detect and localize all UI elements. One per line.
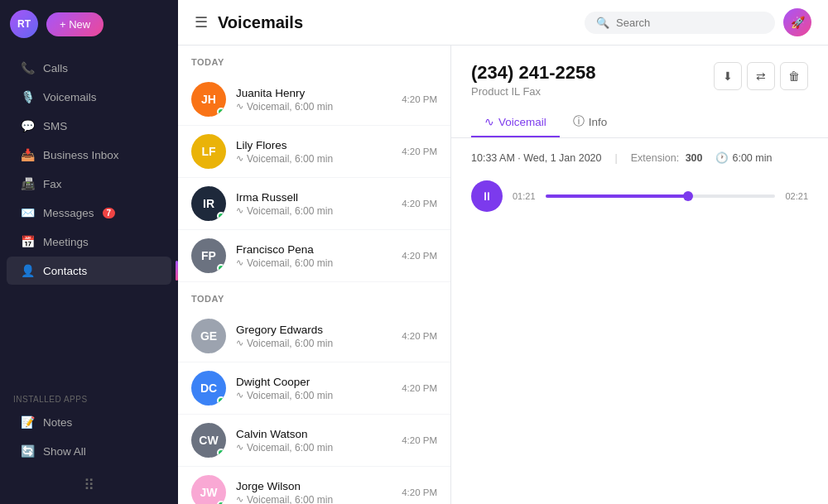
- voicemail-icon: ∿: [236, 390, 243, 401]
- list-item[interactable]: FP Francisco Pena ∿ Voicemail, 6:00 min …: [178, 230, 450, 282]
- contact-info: Juanita Henry ∿ Voicemail, 6:00 min: [236, 87, 392, 113]
- online-indicator: [217, 108, 225, 116]
- contact-sub: ∿ Voicemail, 6:00 min: [236, 257, 392, 269]
- online-indicator: [217, 212, 225, 220]
- contact-name: Juanita Henry: [236, 87, 392, 99]
- voicemail-icon: ∿: [236, 101, 243, 112]
- voicemail-tab-icon: ∿: [484, 115, 494, 128]
- time-current: 01:21: [513, 191, 536, 201]
- contact-avatar: LF: [191, 134, 226, 169]
- voicemail-icon: ∿: [236, 257, 243, 268]
- download-button[interactable]: ⬇: [714, 62, 742, 90]
- search-input[interactable]: [616, 17, 763, 29]
- sidebar-item-sms[interactable]: 💬 SMS: [7, 112, 171, 140]
- contact-time: 4:20 PM: [402, 487, 437, 497]
- sidebar-item-label: Contacts: [43, 265, 87, 277]
- tab-voicemail[interactable]: ∿ Voicemail: [471, 108, 560, 137]
- forward-button[interactable]: ⇄: [747, 62, 775, 90]
- sidebar-item-contacts[interactable]: 👤 Contacts: [7, 257, 171, 285]
- content-area: ☰ Voicemails 🔍 🚀 TODAY JH Juanita Henry …: [178, 0, 828, 504]
- contact-info: Dwight Cooper ∿ Voicemail, 6:00 min: [236, 376, 392, 401]
- pause-button[interactable]: ⏸: [471, 180, 503, 212]
- main-area: TODAY JH Juanita Henry ∿ Voicemail, 6:00…: [178, 46, 828, 504]
- list-item[interactable]: IR Irma Russell ∿ Voicemail, 6:00 min 4:…: [178, 178, 450, 230]
- detail-tabs: ∿ Voicemailⓘ Info: [471, 108, 808, 137]
- progress-fill: [546, 194, 688, 198]
- meta-datetime: 10:33 AM · Wed, 1 Jan 2020: [471, 152, 602, 164]
- info-tab-icon: ⓘ: [573, 114, 585, 129]
- business-inbox-icon: 📥: [20, 148, 35, 161]
- detail-actions: ⬇⇄🗑: [714, 62, 808, 90]
- contact-time: 4:20 PM: [402, 146, 437, 156]
- sidebar-item-label: Messages: [43, 207, 94, 219]
- sidebar-item-label: Notes: [43, 416, 72, 429]
- sidebar-item-label: Fax: [43, 178, 62, 190]
- contact-sub: ∿ Voicemail, 6:00 min: [236, 390, 392, 401]
- progress-bar[interactable]: [546, 194, 776, 198]
- contacts-icon: 👤: [20, 264, 35, 277]
- list-item[interactable]: GE Gregory Edwards ∿ Voicemail, 6:00 min…: [178, 310, 450, 362]
- sms-icon: 💬: [20, 119, 35, 132]
- sidebar-header: RT + New: [0, 0, 178, 48]
- contact-name: Irma Russell: [236, 191, 392, 204]
- sidebar-item-show-all[interactable]: 🔄 Show All: [7, 437, 171, 465]
- detail-header: (234) 241-2258 Product IL Fax ⬇⇄🗑 ∿ Voic…: [451, 46, 828, 138]
- list-item[interactable]: DC Dwight Cooper ∿ Voicemail, 6:00 min 4…: [178, 362, 450, 415]
- list-item[interactable]: JH Juanita Henry ∿ Voicemail, 6:00 min 4…: [178, 74, 450, 126]
- sidebar-item-label: SMS: [43, 120, 67, 132]
- contact-avatar: CW: [191, 423, 226, 458]
- contact-info: Francisco Pena ∿ Voicemail, 6:00 min: [236, 243, 392, 269]
- new-button[interactable]: + New: [46, 12, 104, 36]
- contact-name: Calvin Watson: [236, 428, 392, 440]
- voicemail-icon: ∿: [236, 338, 243, 348]
- sidebar-item-notes[interactable]: 📝 Notes: [7, 408, 171, 436]
- sidebar-item-calls[interactable]: 📞 Calls: [7, 54, 171, 82]
- contact-avatar: GE: [191, 319, 226, 353]
- voicemail-icon: ∿: [236, 205, 243, 216]
- contact-avatar: DC: [191, 371, 226, 406]
- search-bar: 🔍: [585, 12, 775, 34]
- show-all-icon: 🔄: [20, 444, 35, 458]
- contact-time: 4:20 PM: [402, 383, 437, 393]
- audio-player: ⏸ 01:21 02:21: [471, 180, 808, 212]
- section-label: TODAY: [178, 46, 450, 74]
- sidebar-item-fax[interactable]: 📠 Fax: [7, 170, 171, 198]
- dots-icon[interactable]: ⠿: [84, 476, 94, 494]
- contact-sub: ∿ Voicemail, 6:00 min: [236, 338, 392, 349]
- contact-avatar: JW: [191, 475, 226, 504]
- online-indicator: [217, 449, 225, 457]
- contact-time: 4:20 PM: [402, 435, 437, 445]
- topbar: ☰ Voicemails 🔍 🚀: [178, 0, 828, 46]
- contact-name: Gregory Edwards: [236, 324, 392, 336]
- list-item[interactable]: CW Calvin Watson ∿ Voicemail, 6:00 min 4…: [178, 415, 450, 467]
- contact-time: 4:20 PM: [402, 94, 437, 104]
- rocket-button[interactable]: 🚀: [783, 8, 811, 36]
- detail-meta: 10:33 AM · Wed, 1 Jan 2020 | Extension: …: [471, 151, 808, 164]
- sidebar-bottom: ⠿: [0, 466, 178, 504]
- avatar: RT: [10, 10, 38, 38]
- list-item[interactable]: JW Jorge Wilson ∿ Voicemail, 6:00 min 4:…: [178, 467, 450, 504]
- delete-button[interactable]: 🗑: [780, 62, 808, 90]
- tab-info[interactable]: ⓘ Info: [560, 108, 621, 137]
- list-item[interactable]: LF Lily Flores ∿ Voicemail, 6:00 min 4:2…: [178, 126, 450, 178]
- sidebar-item-label: Business Inbox: [43, 149, 119, 161]
- contact-name: Lily Flores: [236, 139, 392, 151]
- contact-list: TODAY JH Juanita Henry ∿ Voicemail, 6:00…: [178, 46, 451, 504]
- sidebar-item-messages[interactable]: ✉️ Messages 7: [7, 199, 171, 227]
- detail-body: 10:33 AM · Wed, 1 Jan 2020 | Extension: …: [451, 138, 828, 504]
- contact-sub: ∿ Voicemail, 6:00 min: [236, 101, 392, 113]
- contact-info: Lily Flores ∿ Voicemail, 6:00 min: [236, 139, 392, 165]
- sidebar-item-voicemails[interactable]: 🎙️ Voicemails: [7, 83, 171, 111]
- contact-info: Calvin Watson ∿ Voicemail, 6:00 min: [236, 428, 392, 454]
- clock-icon: 🕐: [715, 151, 729, 164]
- sidebar-item-meetings[interactable]: 📅 Meetings: [7, 228, 171, 256]
- contact-time: 4:20 PM: [402, 251, 437, 261]
- nav-items: 📞 Calls 🎙️ Voicemails 💬 SMS 📥 Business I…: [0, 48, 178, 386]
- online-indicator: [217, 264, 225, 272]
- sidebar-item-business-inbox[interactable]: 📥 Business Inbox: [7, 141, 171, 169]
- voicemail-icon: ∿: [236, 494, 243, 504]
- sidebar-item-label: Calls: [43, 62, 68, 74]
- hamburger-icon[interactable]: ☰: [195, 13, 208, 31]
- duration-info: 🕐 6:00 min: [715, 151, 772, 164]
- sidebar-item-label: Show All: [43, 445, 86, 458]
